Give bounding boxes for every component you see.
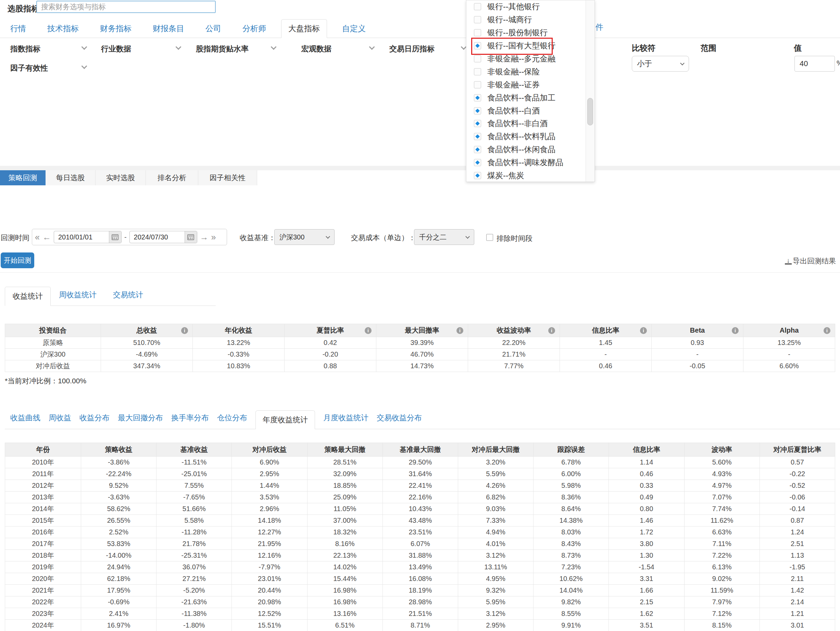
industry-option-13[interactable]: 食品饮料--调味发酵品	[466, 156, 594, 169]
info-icon[interactable]: i	[456, 327, 463, 334]
chevron-down-icon[interactable]	[369, 44, 375, 50]
info-icon[interactable]: i	[824, 327, 831, 334]
filter-dropdown-2[interactable]: 行业数据	[101, 44, 131, 54]
checkbox-unchecked-icon[interactable]	[474, 55, 481, 62]
result-tab-1[interactable]: 收益统计	[5, 287, 51, 306]
checkbox-checked-icon[interactable]	[474, 133, 481, 140]
clipped-condition-link[interactable]: 件	[595, 22, 603, 33]
main-tab-7[interactable]: 大盘指标	[281, 19, 327, 38]
module-tab-1[interactable]: 策略回测	[0, 170, 46, 185]
exclude-period-checkbox[interactable]	[486, 234, 493, 241]
chevron-down-icon[interactable]	[461, 44, 467, 50]
filter-dropdown-3[interactable]: 股指期货贴水率	[196, 44, 249, 54]
industry-option-8[interactable]: 食品饮料--食品加工	[466, 91, 594, 104]
industry-option-2[interactable]: 银行--城商行	[466, 13, 594, 26]
checkbox-checked-icon[interactable]	[474, 172, 481, 179]
main-tab-8[interactable]: 自定义	[336, 19, 372, 38]
main-tab-2[interactable]: 技术指标	[41, 19, 85, 38]
industry-option-7[interactable]: 非银金融--证券	[466, 78, 594, 91]
step-forward-icon[interactable]: →	[200, 233, 208, 242]
checkbox-unchecked-icon[interactable]	[474, 81, 481, 89]
filter-dropdown-1[interactable]: 指数指标	[10, 44, 40, 54]
info-icon[interactable]: i	[732, 327, 739, 334]
chevron-down-icon[interactable]	[271, 44, 277, 50]
industry-option-14[interactable]: 煤炭--焦炭	[466, 169, 594, 182]
industry-option-11[interactable]: 食品饮料--饮料乳品	[466, 130, 594, 143]
info-icon[interactable]: i	[365, 327, 371, 334]
export-results-link[interactable]: ↓ 导出回测结果	[785, 256, 836, 266]
info-icon[interactable]: i	[181, 327, 188, 334]
analysis-tab-9[interactable]: 交易收益分布	[377, 413, 422, 429]
checkbox-checked-icon[interactable]	[474, 159, 481, 166]
checkbox-checked-icon[interactable]	[474, 42, 481, 49]
industry-option-10[interactable]: 食品饮料--非白酒	[466, 117, 594, 130]
checkbox-checked-icon[interactable]	[474, 107, 481, 114]
filter-dropdown-5[interactable]: 交易日历指标	[389, 44, 434, 54]
skip-backward-icon[interactable]: «	[35, 233, 40, 242]
start-date-input[interactable]: 2010/01/01	[54, 231, 122, 243]
module-tab-5[interactable]: 因子相关性	[198, 170, 257, 185]
table-cell: 6.63%	[684, 527, 759, 538]
start-date-calendar-button[interactable]	[109, 231, 121, 243]
comparator-select[interactable]: 小于	[632, 56, 689, 71]
industry-option-9[interactable]: 食品饮料--白酒	[466, 104, 594, 117]
trade-cost-select[interactable]: 千分之二	[414, 229, 474, 245]
analysis-tab-6[interactable]: 仓位分布	[217, 413, 247, 429]
analysis-tab-3[interactable]: 收益分布	[79, 413, 110, 429]
main-tab-4[interactable]: 财报条目	[147, 19, 190, 38]
checkbox-unchecked-icon[interactable]	[474, 3, 481, 10]
analysis-tab-7[interactable]: 年度收益统计	[256, 410, 315, 429]
result-tab-3[interactable]: 交易统计	[105, 290, 152, 305]
checkbox-unchecked-icon[interactable]	[474, 16, 481, 23]
industry-option-3[interactable]: 银行--股份制银行	[466, 26, 594, 40]
checkbox-checked-icon[interactable]	[474, 120, 481, 127]
module-tab-3[interactable]: 实时选股	[96, 170, 146, 185]
filter-dropdown-factor-validity[interactable]: 因子有效性	[10, 63, 48, 73]
step-backward-icon[interactable]: ←	[43, 233, 51, 242]
table-row: 2016年2.52%-11.28%12.27%18.32%23.51%4.94%…	[5, 527, 835, 538]
info-icon[interactable]: i	[548, 327, 555, 334]
checkbox-checked-icon[interactable]	[474, 94, 481, 101]
dropdown-scrollbar[interactable]	[586, 0, 594, 182]
industry-option-6[interactable]: 非银金融--保险	[466, 65, 594, 78]
dropdown-scrollbar-thumb[interactable]	[587, 98, 593, 125]
main-tab-1[interactable]: 行情	[4, 19, 32, 38]
industry-option-12[interactable]: 食品饮料--休闲食品	[466, 143, 594, 156]
skip-forward-icon[interactable]: »	[211, 233, 216, 242]
table-cell: -0.06	[759, 492, 835, 503]
analysis-tab-8[interactable]: 月度收益统计	[323, 413, 368, 429]
main-tab-6[interactable]: 分析师	[236, 19, 272, 38]
table-cell: 22.13%	[307, 550, 382, 561]
end-date-input[interactable]: 2024/07/30	[129, 231, 197, 243]
result-tab-2[interactable]: 周收益统计	[51, 290, 105, 305]
industry-option-1[interactable]: 银行--其他银行	[466, 0, 594, 13]
checkbox-unchecked-icon[interactable]	[474, 68, 481, 75]
table-cell: 8.16%	[307, 538, 382, 550]
chevron-down-icon[interactable]	[82, 44, 87, 50]
module-tab-4[interactable]: 排名分析	[146, 170, 198, 185]
run-backtest-button[interactable]: 开始回测	[1, 253, 34, 268]
analysis-tab-2[interactable]: 周收益	[49, 413, 71, 429]
info-icon[interactable]: i	[640, 327, 647, 334]
condition-value-input[interactable]	[794, 56, 835, 71]
chevron-down-icon[interactable]	[82, 63, 87, 69]
search-input[interactable]	[36, 1, 216, 13]
end-date-calendar-button[interactable]	[185, 231, 197, 243]
table-cell: 58.62%	[81, 503, 156, 515]
main-tab-3[interactable]: 财务指标	[94, 19, 138, 38]
analysis-tab-4[interactable]: 最大回撤分布	[118, 413, 163, 429]
checkbox-checked-icon[interactable]	[474, 146, 481, 153]
filter-dropdown-4[interactable]: 宏观数据	[302, 44, 332, 54]
column-header: 对冲后夏普比率	[759, 443, 835, 457]
module-tab-2[interactable]: 每日选股	[46, 170, 96, 185]
analysis-tab-5[interactable]: 换手率分布	[171, 413, 209, 429]
analysis-tab-1[interactable]: 收益曲线	[10, 413, 40, 429]
benchmark-select[interactable]: 沪深300	[274, 229, 335, 245]
main-tab-5[interactable]: 公司	[199, 19, 227, 38]
industry-option-5[interactable]: 非银金融--多元金融	[466, 52, 594, 65]
table-cell: 12.27%	[232, 527, 307, 538]
checkbox-unchecked-icon[interactable]	[474, 29, 481, 36]
industry-option-4[interactable]: 银行--国有大型银行	[466, 40, 594, 52]
chevron-down-icon[interactable]	[176, 44, 182, 50]
table-cell: 7.12%	[684, 608, 759, 620]
